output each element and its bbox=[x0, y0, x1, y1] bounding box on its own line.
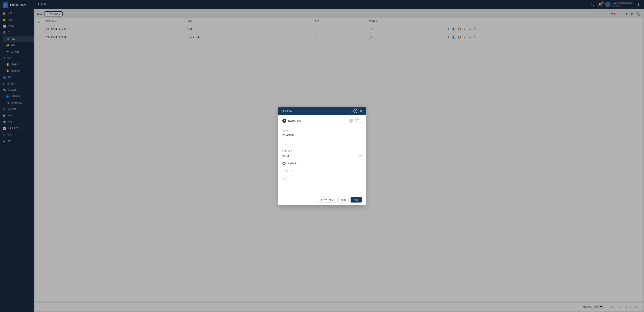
step-2-optional: Optional bbox=[355, 121, 362, 123]
device-profile-label: 设备配置 * bbox=[282, 150, 362, 152]
modal-form: 名称 * 设备配置 * ✕ ✏ bbox=[278, 126, 366, 194]
device-profile-edit-icon[interactable]: ✏ bbox=[360, 154, 362, 157]
cancel-button[interactable]: 取消 bbox=[338, 197, 348, 203]
name-field: 名称 * bbox=[282, 130, 362, 138]
gateway-row: 是否网关 bbox=[282, 162, 362, 165]
step-1-number-text: 1 bbox=[284, 120, 285, 122]
tag-field bbox=[282, 141, 362, 146]
gateway-toggle[interactable] bbox=[282, 162, 286, 165]
device-profile-field: 设备配置 * ✕ ✏ bbox=[282, 150, 362, 158]
step-divider bbox=[304, 120, 347, 121]
device-profile-actions: ✕ ✏ bbox=[356, 154, 362, 157]
modal-overlay[interactable]: 添加设备 ? ✕ 1 设备详细信息 2 bbox=[0, 0, 644, 312]
step-bar: 1 设备详细信息 2 凭据 Optional bbox=[278, 115, 366, 126]
next-btn-label: 下一个：凭据 bbox=[320, 198, 334, 201]
device-profile-row: ✕ ✏ bbox=[282, 153, 362, 158]
gateway-toggle-inner bbox=[284, 163, 285, 164]
modal-close-button[interactable]: ✕ bbox=[360, 109, 362, 113]
name-input[interactable] bbox=[282, 133, 362, 138]
name-label: 名称 * bbox=[282, 130, 362, 132]
step-1: 1 设备详细信息 bbox=[282, 119, 301, 123]
modal-title: 添加设备 bbox=[282, 109, 292, 113]
step-2-number-text: 2 bbox=[351, 120, 352, 122]
add-device-modal: 添加设备 ? ✕ 1 设备详细信息 2 bbox=[278, 107, 366, 205]
assign-customer-field bbox=[282, 168, 362, 173]
step-2-label: 凭据 bbox=[355, 118, 362, 121]
step-1-label: 设备详细信息 bbox=[288, 119, 301, 122]
gateway-label: 是否网关 bbox=[288, 162, 297, 165]
assign-customer-input[interactable] bbox=[282, 168, 362, 173]
description-field bbox=[282, 177, 362, 188]
device-profile-clear-icon[interactable]: ✕ bbox=[356, 154, 358, 157]
add-confirm-button[interactable]: 添加 bbox=[350, 197, 362, 202]
modal-footer: 下一个：凭据 取消 添加 bbox=[278, 194, 366, 205]
cancel-btn-label: 取消 bbox=[341, 198, 346, 201]
modal-help-button[interactable]: ? bbox=[354, 109, 358, 113]
device-profile-input[interactable] bbox=[282, 154, 356, 157]
tag-input[interactable] bbox=[282, 141, 362, 146]
add-btn-label: 添加 bbox=[354, 198, 358, 201]
modal-header-icons: ? ✕ bbox=[354, 109, 362, 113]
modal-header: 添加设备 ? ✕ bbox=[278, 107, 366, 115]
modal-body: 1 设备详细信息 2 凭据 Optional bbox=[278, 115, 366, 194]
step-2-number: 2 bbox=[349, 119, 354, 123]
next-credentials-button[interactable]: 下一个：凭据 bbox=[318, 197, 336, 203]
description-textarea[interactable] bbox=[282, 177, 362, 187]
step-1-number: 1 bbox=[282, 119, 286, 123]
step-2: 2 凭据 Optional bbox=[349, 118, 362, 123]
